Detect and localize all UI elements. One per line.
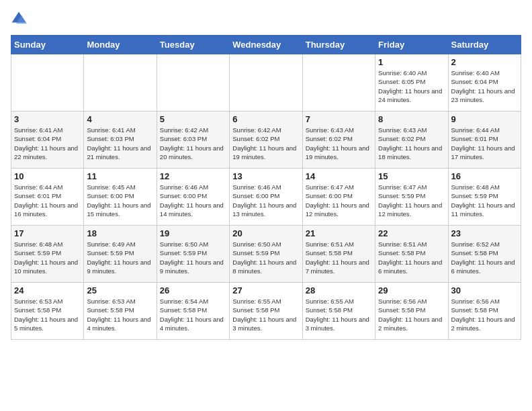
cell-text-line: Daylight: 11 hours and 11 minutes.	[451, 201, 518, 219]
cell-text-line: Sunrise: 6:49 AM	[87, 240, 153, 248]
cell-text-line: Sunrise: 6:42 AM	[160, 126, 226, 134]
calendar-cell: 1Sunrise: 6:40 AMSunset: 6:05 PMDaylight…	[375, 54, 448, 111]
calendar-cell: 6Sunrise: 6:42 AMSunset: 6:02 PMDaylight…	[230, 111, 302, 169]
cell-text-line: Sunrise: 6:56 AM	[451, 297, 518, 306]
cell-text-line: Sunrise: 6:55 AM	[306, 297, 372, 306]
cell-text-line: Daylight: 11 hours and 8 minutes.	[232, 258, 299, 276]
cell-text-line: Daylight: 11 hours and 9 minutes.	[160, 258, 226, 276]
cell-text-line: Sunset: 6:02 PM	[306, 134, 372, 143]
cell-text-line: Sunset: 5:58 PM	[232, 306, 299, 314]
cell-text-line: Sunrise: 6:48 AM	[14, 240, 81, 248]
cell-text-line: Sunrise: 6:54 AM	[160, 297, 226, 306]
calendar-cell: 23Sunrise: 6:52 AMSunset: 5:58 PMDayligh…	[448, 226, 521, 283]
calendar-cell: 11Sunrise: 6:45 AMSunset: 6:00 PMDayligh…	[84, 169, 157, 226]
cell-text-line: Sunset: 5:59 PM	[87, 248, 153, 257]
cell-text-line: Sunrise: 6:51 AM	[378, 240, 445, 248]
cell-text-line: Daylight: 11 hours and 18 minutes.	[378, 144, 445, 162]
cell-text-line: Sunrise: 6:41 AM	[87, 126, 153, 134]
cell-text-line: Sunrise: 6:47 AM	[306, 183, 372, 191]
day-number: 13	[232, 171, 299, 181]
cell-text-line: Sunset: 5:58 PM	[306, 248, 372, 257]
day-of-week-header: Thursday	[302, 36, 375, 54]
cell-text-line: Daylight: 11 hours and 24 minutes.	[378, 87, 445, 105]
calendar-cell	[302, 54, 375, 111]
day-number: 3	[14, 114, 81, 124]
cell-text-line: Sunrise: 6:45 AM	[87, 183, 153, 191]
calendar-cell: 30Sunrise: 6:56 AMSunset: 5:58 PMDayligh…	[448, 283, 521, 340]
cell-text-line: Sunset: 6:01 PM	[14, 191, 81, 200]
day-number: 15	[378, 171, 445, 181]
cell-text-line: Sunset: 5:59 PM	[232, 248, 299, 257]
cell-text-line: Sunset: 6:02 PM	[232, 134, 299, 143]
calendar-cell: 10Sunrise: 6:44 AMSunset: 6:01 PMDayligh…	[11, 169, 84, 226]
calendar-table: SundayMondayTuesdayWednesdayThursdayFrid…	[11, 35, 521, 340]
cell-text-line: Sunrise: 6:56 AM	[378, 297, 445, 306]
day-of-week-header: Tuesday	[157, 36, 229, 54]
cell-text-line: Daylight: 11 hours and 2 minutes.	[451, 315, 518, 333]
calendar-cell: 29Sunrise: 6:56 AMSunset: 5:58 PMDayligh…	[375, 283, 448, 340]
calendar-cell: 17Sunrise: 6:48 AMSunset: 5:59 PMDayligh…	[11, 226, 84, 283]
cell-text-line: Daylight: 11 hours and 6 minutes.	[451, 258, 518, 276]
cell-text-line: Sunrise: 6:47 AM	[378, 183, 445, 191]
cell-text-line: Sunset: 6:00 PM	[160, 191, 226, 200]
day-number: 12	[160, 171, 226, 181]
cell-text-line: Daylight: 11 hours and 12 minutes.	[306, 201, 372, 219]
cell-text-line: Sunrise: 6:50 AM	[232, 240, 299, 248]
day-number: 17	[14, 228, 81, 238]
cell-text-line: Daylight: 11 hours and 5 minutes.	[14, 315, 81, 333]
day-number: 8	[378, 114, 445, 124]
cell-text-line: Sunset: 5:58 PM	[451, 306, 518, 314]
calendar-cell: 16Sunrise: 6:48 AMSunset: 5:59 PMDayligh…	[448, 169, 521, 226]
calendar-cell: 21Sunrise: 6:51 AMSunset: 5:58 PMDayligh…	[302, 226, 375, 283]
cell-text-line: Daylight: 11 hours and 12 minutes.	[378, 201, 445, 219]
calendar-cell: 7Sunrise: 6:43 AMSunset: 6:02 PMDaylight…	[302, 111, 375, 169]
cell-text-line: Sunset: 5:58 PM	[160, 306, 226, 314]
calendar-cell	[84, 54, 157, 111]
day-number: 16	[451, 171, 518, 181]
day-of-week-header: Wednesday	[230, 36, 302, 54]
day-number: 21	[306, 228, 372, 238]
cell-text-line: Sunrise: 6:44 AM	[451, 126, 518, 134]
day-number: 22	[378, 228, 445, 238]
calendar-cell	[11, 54, 84, 111]
cell-text-line: Sunrise: 6:42 AM	[232, 126, 299, 134]
day-number: 29	[378, 285, 445, 295]
cell-text-line: Daylight: 11 hours and 6 minutes.	[378, 258, 445, 276]
day-number: 26	[160, 285, 226, 295]
cell-text-line: Daylight: 11 hours and 10 minutes.	[14, 258, 81, 276]
calendar-cell: 24Sunrise: 6:53 AMSunset: 5:58 PMDayligh…	[11, 283, 84, 340]
cell-text-line: Sunrise: 6:43 AM	[306, 126, 372, 134]
cell-text-line: Daylight: 11 hours and 7 minutes.	[306, 258, 372, 276]
day-number: 4	[87, 114, 153, 124]
cell-text-line: Sunrise: 6:53 AM	[14, 297, 81, 306]
cell-text-line: Sunset: 5:59 PM	[378, 191, 445, 200]
cell-text-line: Sunset: 6:00 PM	[232, 191, 299, 200]
day-number: 5	[160, 114, 226, 124]
day-number: 18	[87, 228, 153, 238]
day-number: 2	[451, 57, 518, 67]
cell-text-line: Sunset: 5:58 PM	[378, 306, 445, 314]
cell-text-line: Daylight: 11 hours and 19 minutes.	[232, 144, 299, 162]
logo-icon	[11, 11, 27, 27]
cell-text-line: Daylight: 11 hours and 15 minutes.	[87, 201, 153, 219]
cell-text-line: Sunset: 6:03 PM	[160, 134, 226, 143]
day-number: 1	[378, 57, 445, 67]
calendar-cell: 18Sunrise: 6:49 AMSunset: 5:59 PMDayligh…	[84, 226, 157, 283]
day-of-week-header: Sunday	[11, 36, 84, 54]
cell-text-line: Sunset: 6:03 PM	[87, 134, 153, 143]
day-of-week-header: Friday	[375, 36, 448, 54]
cell-text-line: Sunset: 5:58 PM	[87, 306, 153, 314]
calendar-cell: 5Sunrise: 6:42 AMSunset: 6:03 PMDaylight…	[157, 111, 229, 169]
cell-text-line: Sunrise: 6:40 AM	[378, 68, 445, 77]
day-number: 23	[451, 228, 518, 238]
cell-text-line: Sunrise: 6:40 AM	[451, 68, 518, 77]
cell-text-line: Daylight: 11 hours and 2 minutes.	[378, 315, 445, 333]
calendar-cell: 12Sunrise: 6:46 AMSunset: 6:00 PMDayligh…	[157, 169, 229, 226]
cell-text-line: Daylight: 11 hours and 13 minutes.	[232, 201, 299, 219]
cell-text-line: Daylight: 11 hours and 3 minutes.	[306, 315, 372, 333]
calendar-cell: 20Sunrise: 6:50 AMSunset: 5:59 PMDayligh…	[230, 226, 302, 283]
cell-text-line: Daylight: 11 hours and 9 minutes.	[87, 258, 153, 276]
cell-text-line: Daylight: 11 hours and 23 minutes.	[451, 87, 518, 105]
cell-text-line: Sunrise: 6:51 AM	[306, 240, 372, 248]
cell-text-line: Sunset: 5:58 PM	[451, 248, 518, 257]
